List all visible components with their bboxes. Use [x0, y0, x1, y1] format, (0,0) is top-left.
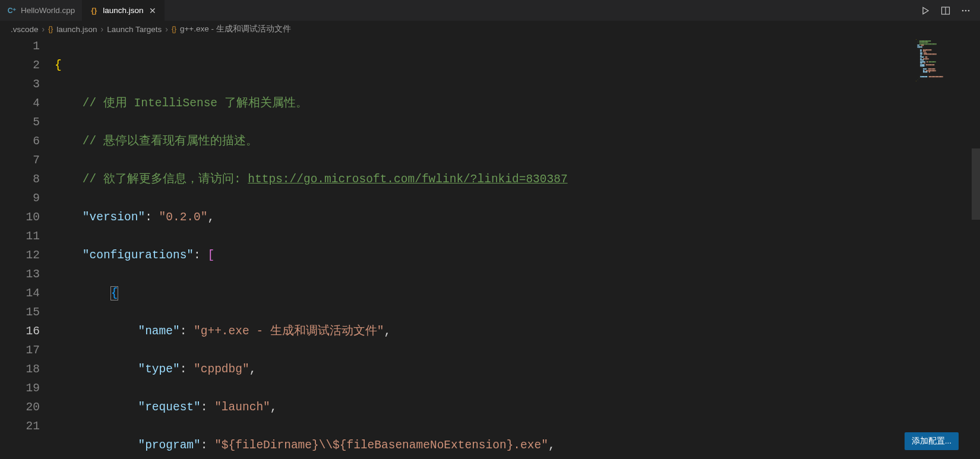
editor: 123456789101112131415161718192021 { // 使… [0, 37, 980, 459]
split-editor-icon[interactable] [937, 2, 954, 19]
svg-point-3 [965, 10, 967, 11]
add-configuration-button[interactable]: 添加配置... [905, 432, 959, 450]
cpp-icon: C⁺ [7, 6, 17, 15]
breadcrumb-item[interactable]: g++.exe - 生成和调试活动文件 [180, 24, 291, 34]
breadcrumb-sep: › [42, 24, 45, 34]
json-icon: {} [172, 25, 176, 33]
json-icon: {} [48, 25, 53, 33]
minimap[interactable]: { // ████████████████ // ████████████ //… [912, 37, 972, 459]
tab-label: HelloWorld.cpp [21, 6, 75, 15]
breadcrumb[interactable]: .vscode › {} launch.json › Launch Target… [0, 21, 980, 37]
svg-point-2 [962, 10, 964, 11]
editor-actions [917, 2, 980, 19]
breadcrumb-sep: › [165, 24, 168, 34]
close-icon[interactable]: ✕ [148, 6, 157, 15]
scroll-thumb[interactable] [972, 148, 980, 220]
breadcrumb-item[interactable]: Launch Targets [107, 25, 162, 34]
tab-launch-json[interactable]: {} launch.json ✕ [82, 0, 164, 21]
line-number-gutter[interactable]: 123456789101112131415161718192021 [0, 37, 55, 459]
tab-bar: C⁺ HelloWorld.cpp {} launch.json ✕ [0, 0, 980, 21]
breadcrumb-sep: › [101, 24, 104, 34]
breadcrumb-item[interactable]: launch.json [56, 25, 97, 34]
svg-point-4 [968, 10, 970, 11]
json-icon: {} [89, 6, 99, 15]
tab-helloworld[interactable]: C⁺ HelloWorld.cpp [0, 0, 82, 21]
breadcrumb-item[interactable]: .vscode [11, 25, 39, 34]
more-icon[interactable] [957, 2, 974, 19]
code-area[interactable]: { // 使用 IntelliSense 了解相关属性。 // 悬停以查看现有属… [55, 37, 980, 459]
tab-label: launch.json [103, 6, 143, 15]
run-icon[interactable] [917, 2, 934, 19]
scrollbar[interactable] [972, 37, 980, 459]
